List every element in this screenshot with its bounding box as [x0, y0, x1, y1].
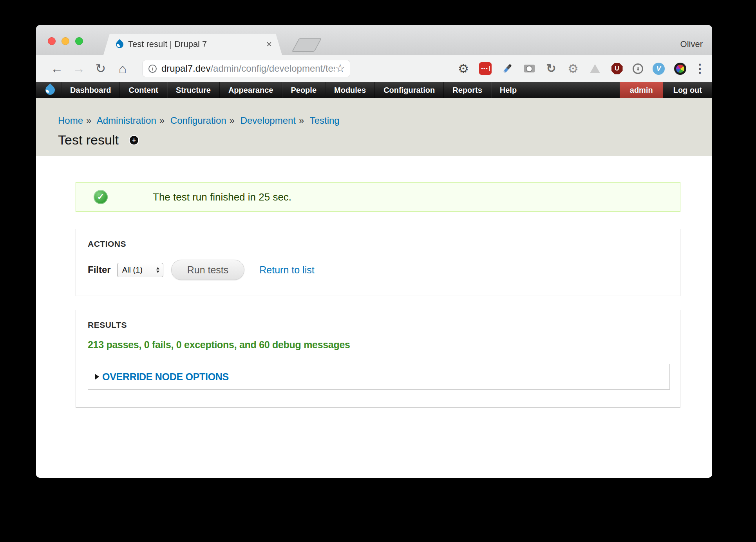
- drive-icon[interactable]: [589, 62, 601, 75]
- reload-icon[interactable]: ↻: [93, 62, 108, 75]
- breadcrumb-link[interactable]: Home: [58, 115, 83, 126]
- camera-lens-icon[interactable]: [674, 63, 686, 75]
- tab-close-icon[interactable]: ×: [266, 40, 272, 49]
- extensions-bar: [457, 62, 686, 75]
- breadcrumb-link[interactable]: Configuration: [170, 115, 226, 126]
- color-picker-icon[interactable]: [501, 62, 514, 75]
- breadcrumb-separator: »: [299, 115, 304, 126]
- select-stepper-icon: [156, 266, 159, 275]
- results-heading: RESULTS: [88, 320, 670, 330]
- drupal-menu-item[interactable]: Structure: [167, 82, 219, 98]
- filter-label: Filter: [88, 264, 111, 275]
- browser-titlebar: Test result | Drupal 7 × Oliver: [36, 25, 712, 55]
- breadcrumb-item: Home»: [58, 115, 94, 126]
- main-content: The test run finished in 25 sec. ACTIONS…: [36, 156, 712, 478]
- actions-row: Filter All (1) Run tests Return to list: [88, 260, 680, 280]
- logout-link[interactable]: Log out: [663, 82, 712, 98]
- url-path: /admin/config/development/testing/r...: [210, 63, 335, 74]
- browser-menu-icon[interactable]: [694, 63, 704, 74]
- breadcrumb-separator: »: [230, 115, 235, 126]
- drupal-menu-item[interactable]: Dashboard: [61, 82, 119, 98]
- drupal-menu-item[interactable]: People: [282, 82, 325, 98]
- breadcrumb-link[interactable]: Testing: [310, 115, 340, 126]
- zoom-window-button[interactable]: [75, 37, 83, 45]
- url-domain: drupal7.dev: [161, 63, 210, 74]
- breadcrumb-link[interactable]: Development: [241, 115, 296, 126]
- filter-select[interactable]: All (1): [117, 263, 163, 277]
- drupal-menu-item[interactable]: Help: [491, 82, 525, 98]
- vanilla-v-icon[interactable]: [653, 63, 665, 75]
- drupal-menu-item[interactable]: Appearance: [219, 82, 282, 98]
- filter-select-value: All (1): [122, 266, 143, 275]
- new-tab-button[interactable]: [292, 38, 322, 52]
- page-title: Test result: [58, 132, 119, 148]
- tab-title: Test result | Drupal 7: [128, 39, 266, 49]
- url-text[interactable]: drupal7.dev/admin/config/development/tes…: [161, 63, 335, 74]
- browser-window: Test result | Drupal 7 × Oliver ← → ↻ ⌂ …: [36, 25, 712, 478]
- home-icon[interactable]: ⌂: [115, 62, 130, 75]
- actions-panel: ACTIONS Filter All (1) Run tests Return …: [76, 229, 680, 296]
- settings-gear-icon[interactable]: [457, 62, 470, 75]
- info-circle-icon[interactable]: [148, 65, 157, 73]
- drupal-menu-item[interactable]: Configuration: [374, 82, 443, 98]
- run-tests-button[interactable]: Run tests: [171, 260, 245, 280]
- results-summary: 213 passes, 0 fails, 0 exceptions, and 6…: [88, 339, 670, 350]
- page-header-region: Home» Administration» Configuration» Dev…: [36, 98, 712, 156]
- breadcrumb-separator: »: [86, 115, 91, 126]
- drupal-home-link[interactable]: [36, 82, 61, 98]
- browser-toolbar: ← → ↻ ⌂ drupal7.dev/admin/config/develop…: [36, 55, 712, 82]
- breadcrumb-link[interactable]: Administration: [97, 115, 156, 126]
- drupal-logo-icon: [43, 83, 57, 97]
- address-bar[interactable]: drupal7.dev/admin/config/development/tes…: [143, 60, 350, 77]
- drupal-favicon-icon: [114, 39, 125, 50]
- page-title-row: Test result: [58, 132, 712, 148]
- tab-reloader-icon[interactable]: [545, 62, 557, 75]
- drupal-menu-item[interactable]: Content: [119, 82, 167, 98]
- drupal-menu-item[interactable]: Modules: [325, 82, 374, 98]
- bookmark-star-icon[interactable]: ☆: [335, 63, 345, 74]
- drupal-menu-item[interactable]: Reports: [443, 82, 491, 98]
- gray-gear-icon[interactable]: [567, 62, 579, 75]
- breadcrumb-item: Administration»: [97, 115, 168, 126]
- breadcrumb: Home» Administration» Configuration» Dev…: [58, 115, 712, 126]
- success-check-icon: [94, 190, 108, 204]
- window-controls: [48, 37, 83, 45]
- return-to-list-link[interactable]: Return to list: [259, 264, 314, 276]
- status-message-text: The test run finished in 25 sec.: [153, 191, 291, 203]
- forward-icon[interactable]: →: [71, 62, 86, 75]
- drupal-admin-toolbar: Dashboard Content Structure Appearance P…: [36, 82, 712, 98]
- drupal-user-menu: admin Log out: [620, 82, 712, 98]
- browser-tab[interactable]: Test result | Drupal 7 ×: [103, 34, 282, 55]
- drupal-admin-menu: Dashboard Content Structure Appearance P…: [61, 82, 525, 98]
- browser-profile-name[interactable]: Oliver: [680, 39, 703, 49]
- add-shortcut-icon[interactable]: [130, 136, 138, 145]
- actions-heading: ACTIONS: [88, 239, 680, 249]
- results-panel: RESULTS 213 passes, 0 fails, 0 exception…: [76, 310, 680, 408]
- lastpass-icon[interactable]: [479, 62, 492, 75]
- desktop-background: Test result | Drupal 7 × Oliver ← → ↻ ⌂ …: [0, 0, 756, 542]
- minimize-window-button[interactable]: [61, 37, 69, 45]
- back-icon[interactable]: ←: [49, 62, 64, 75]
- ublock-origin-icon[interactable]: [611, 62, 623, 75]
- breadcrumb-item: Testing»: [310, 115, 340, 126]
- close-window-button[interactable]: [48, 37, 56, 45]
- override-node-options-link[interactable]: OVERRIDE NODE OPTIONS: [102, 371, 229, 383]
- status-message: The test run finished in 25 sec.: [76, 182, 680, 212]
- breadcrumb-item: Configuration»: [170, 115, 238, 126]
- camera-icon[interactable]: [523, 62, 535, 75]
- key-ring-icon[interactable]: [633, 63, 643, 74]
- collapsed-arrow-icon: [95, 374, 99, 379]
- admin-user-link[interactable]: admin: [620, 82, 663, 98]
- override-node-options-fieldset[interactable]: OVERRIDE NODE OPTIONS: [88, 364, 670, 390]
- breadcrumb-item: Development»: [241, 115, 307, 126]
- breadcrumb-separator: »: [159, 115, 165, 126]
